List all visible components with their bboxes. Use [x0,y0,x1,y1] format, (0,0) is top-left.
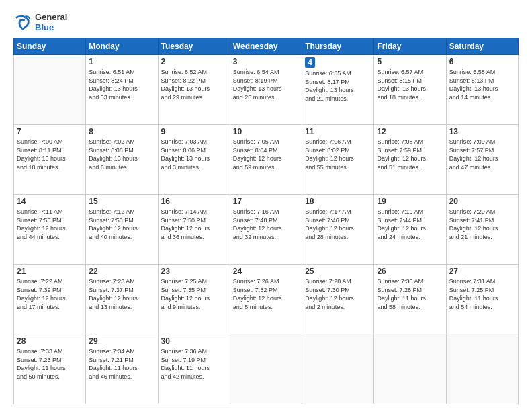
day-number: 19 [377,197,443,206]
day-info: Sunrise: 7:17 AMSunset: 7:46 PMDaylight:… [305,208,371,241]
day-cell: 23Sunrise: 7:25 AMSunset: 7:35 PMDayligh… [158,265,230,334]
day-info: Sunrise: 7:20 AMSunset: 7:41 PMDaylight:… [449,208,515,241]
week-row-5: 28Sunrise: 7:33 AMSunset: 7:23 PMDayligh… [14,334,519,404]
calendar-page: General Blue SundayMondayTuesdayWednesda… [0,0,532,411]
day-cell: 18Sunrise: 7:17 AMSunset: 7:46 PMDayligh… [302,195,374,265]
day-cell: 6Sunrise: 6:58 AMSunset: 8:13 PMDaylight… [446,55,518,125]
day-cell: 7Sunrise: 7:00 AMSunset: 8:11 PMDaylight… [14,125,86,195]
day-cell: 21Sunrise: 7:22 AMSunset: 7:39 PMDayligh… [14,265,86,334]
logo-icon [13,13,32,32]
weekday-header-sunday: Sunday [14,38,86,55]
day-info: Sunrise: 7:30 AMSunset: 7:28 PMDaylight:… [377,277,443,311]
weekday-header-friday: Friday [374,38,446,55]
day-info: Sunrise: 6:51 AMSunset: 8:24 PMDaylight:… [89,68,154,101]
day-cell: 16Sunrise: 7:14 AMSunset: 7:50 PMDayligh… [158,195,230,265]
weekday-header-tuesday: Tuesday [158,38,230,55]
day-number: 27 [449,267,515,276]
day-cell [374,334,446,404]
day-cell: 10Sunrise: 7:05 AMSunset: 8:04 PMDayligh… [230,125,302,195]
day-cell: 3Sunrise: 6:54 AMSunset: 8:19 PMDaylight… [230,55,302,125]
day-number: 1 [89,57,154,66]
day-number: 30 [161,336,227,346]
day-info: Sunrise: 7:03 AMSunset: 8:06 PMDaylight:… [161,138,227,171]
day-cell: 11Sunrise: 7:06 AMSunset: 8:02 PMDayligh… [302,125,374,195]
day-cell: 29Sunrise: 7:34 AMSunset: 7:21 PMDayligh… [86,334,158,404]
day-number: 3 [233,57,299,66]
day-number: 7 [17,127,83,136]
day-info: Sunrise: 7:06 AMSunset: 8:02 PMDaylight:… [305,138,371,171]
day-number: 9 [161,127,227,136]
day-info: Sunrise: 7:02 AMSunset: 8:08 PMDaylight:… [89,138,154,171]
day-info: Sunrise: 7:22 AMSunset: 7:39 PMDaylight:… [17,277,83,311]
day-info: Sunrise: 7:00 AMSunset: 8:11 PMDaylight:… [17,138,83,171]
day-cell: 14Sunrise: 7:11 AMSunset: 7:55 PMDayligh… [14,195,86,265]
day-number: 21 [17,267,83,276]
day-number: 20 [449,197,515,206]
day-number: 25 [305,267,371,276]
weekday-header-monday: Monday [86,38,158,55]
day-cell: 2Sunrise: 6:52 AMSunset: 8:22 PMDaylight… [158,55,230,125]
day-info: Sunrise: 7:16 AMSunset: 7:48 PMDaylight:… [233,208,299,241]
day-number: 4 [305,57,315,68]
day-info: Sunrise: 6:54 AMSunset: 8:19 PMDaylight:… [233,68,299,101]
logo: General Blue [13,12,67,32]
day-cell: 5Sunrise: 6:57 AMSunset: 8:15 PMDaylight… [374,55,446,125]
day-cell: 17Sunrise: 7:16 AMSunset: 7:48 PMDayligh… [230,195,302,265]
day-number: 6 [449,57,515,66]
day-number: 15 [89,197,154,206]
day-cell: 15Sunrise: 7:12 AMSunset: 7:53 PMDayligh… [86,195,158,265]
day-info: Sunrise: 6:58 AMSunset: 8:13 PMDaylight:… [449,68,515,101]
day-number: 22 [89,267,154,276]
calendar-table: SundayMondayTuesdayWednesdayThursdayFrid… [13,38,519,404]
day-number: 12 [377,127,443,136]
day-cell: 30Sunrise: 7:36 AMSunset: 7:19 PMDayligh… [158,334,230,404]
day-number: 14 [17,197,83,206]
day-cell: 26Sunrise: 7:30 AMSunset: 7:28 PMDayligh… [374,265,446,334]
day-info: Sunrise: 7:11 AMSunset: 7:55 PMDaylight:… [17,208,83,241]
day-info: Sunrise: 7:33 AMSunset: 7:23 PMDaylight:… [17,347,83,381]
header: General Blue [13,12,519,32]
day-cell [446,334,518,404]
day-info: Sunrise: 7:31 AMSunset: 7:25 PMDaylight:… [449,277,515,311]
day-info: Sunrise: 6:57 AMSunset: 8:15 PMDaylight:… [377,68,443,101]
weekday-header-saturday: Saturday [446,38,518,55]
day-info: Sunrise: 6:55 AMSunset: 8:17 PMDaylight:… [305,69,371,103]
day-cell: 9Sunrise: 7:03 AMSunset: 8:06 PMDaylight… [158,125,230,195]
day-cell: 12Sunrise: 7:08 AMSunset: 7:59 PMDayligh… [374,125,446,195]
weekday-header-thursday: Thursday [302,38,374,55]
day-number: 2 [161,57,227,66]
week-row-4: 21Sunrise: 7:22 AMSunset: 7:39 PMDayligh… [14,265,519,334]
day-info: Sunrise: 7:23 AMSunset: 7:37 PMDaylight:… [89,277,154,311]
week-row-3: 14Sunrise: 7:11 AMSunset: 7:55 PMDayligh… [14,195,519,265]
day-number: 11 [305,127,371,136]
week-row-1: 1Sunrise: 6:51 AMSunset: 8:24 PMDaylight… [14,55,519,125]
day-cell: 4Sunrise: 6:55 AMSunset: 8:17 PMDaylight… [302,55,374,125]
day-cell: 27Sunrise: 7:31 AMSunset: 7:25 PMDayligh… [446,265,518,334]
day-number: 24 [233,267,299,276]
day-cell: 22Sunrise: 7:23 AMSunset: 7:37 PMDayligh… [86,265,158,334]
day-number: 8 [89,127,154,136]
day-number: 10 [233,127,299,136]
day-info: Sunrise: 7:05 AMSunset: 8:04 PMDaylight:… [233,138,299,171]
logo-text: General Blue [35,12,67,32]
day-number: 26 [377,267,443,276]
day-info: Sunrise: 7:26 AMSunset: 7:32 PMDaylight:… [233,277,299,311]
day-cell: 13Sunrise: 7:09 AMSunset: 7:57 PMDayligh… [446,125,518,195]
day-info: Sunrise: 7:19 AMSunset: 7:44 PMDaylight:… [377,208,443,241]
day-cell [302,334,374,404]
day-info: Sunrise: 7:08 AMSunset: 7:59 PMDaylight:… [377,138,443,171]
day-cell: 24Sunrise: 7:26 AMSunset: 7:32 PMDayligh… [230,265,302,334]
day-cell [14,55,86,125]
day-cell: 25Sunrise: 7:28 AMSunset: 7:30 PMDayligh… [302,265,374,334]
day-number: 13 [449,127,515,136]
week-row-2: 7Sunrise: 7:00 AMSunset: 8:11 PMDaylight… [14,125,519,195]
day-info: Sunrise: 7:25 AMSunset: 7:35 PMDaylight:… [161,277,227,311]
day-info: Sunrise: 7:14 AMSunset: 7:50 PMDaylight:… [161,208,227,241]
weekday-header-row: SundayMondayTuesdayWednesdayThursdayFrid… [14,38,519,55]
day-info: Sunrise: 7:12 AMSunset: 7:53 PMDaylight:… [89,208,154,241]
day-cell: 8Sunrise: 7:02 AMSunset: 8:08 PMDaylight… [86,125,158,195]
day-number: 5 [377,57,443,66]
day-info: Sunrise: 7:34 AMSunset: 7:21 PMDaylight:… [89,347,154,381]
day-number: 18 [305,197,371,206]
day-cell: 19Sunrise: 7:19 AMSunset: 7:44 PMDayligh… [374,195,446,265]
